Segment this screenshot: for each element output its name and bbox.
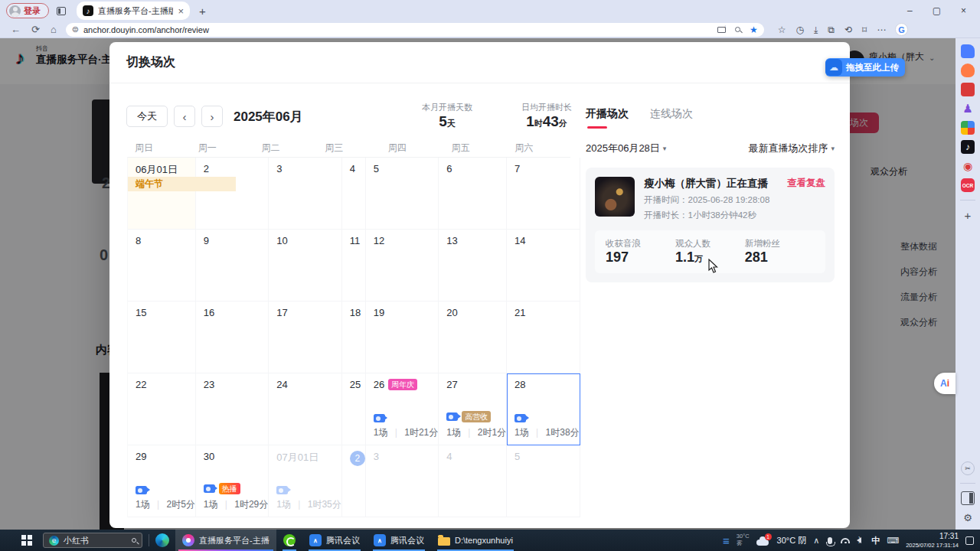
taskbar-app-tencent-meeting[interactable]: ∧ 腾讯会议 (302, 530, 367, 551)
keyboard-icon[interactable]: ⌨ (887, 536, 899, 546)
calendar-day-cell[interactable]: 24 (269, 373, 341, 445)
side-panel-icon[interactable] (961, 491, 975, 505)
weather-widget-small[interactable]: 30°C 雾 (737, 533, 750, 546)
browser-tab[interactable]: ♪ 直播服务平台-主播版 × (77, 2, 190, 20)
calendar-day-cell[interactable]: 26 周年庆 1场｜1时21分 (366, 373, 439, 445)
ocr-extension-icon[interactable]: OCR (961, 178, 975, 192)
history-icon[interactable]: ⟲ (844, 24, 852, 35)
grid-extension-icon[interactable] (961, 121, 975, 135)
clock-extension-icon[interactable]: ◷ (796, 24, 804, 35)
tiktok-extension-icon[interactable]: ♪ (961, 140, 975, 154)
calendar-day-cell[interactable]: 28 1场｜1时38分 (507, 373, 580, 445)
home-icon[interactable]: ⌂ (51, 24, 57, 35)
today-button[interactable]: 今天 (126, 106, 168, 127)
calendar-day-cell[interactable]: 2 (342, 445, 366, 517)
bookmark-star-icon[interactable]: ★ (750, 24, 758, 35)
send-to-device-icon[interactable] (717, 27, 726, 33)
calendar-day-cell[interactable]: 21 (507, 302, 580, 373)
nav-item-audience[interactable]: 观众分析 (871, 165, 907, 178)
calendar-day-cell[interactable]: 4 (439, 445, 507, 517)
taskbar-clock[interactable]: 17:31 2025/07/02 17:31:14 (906, 532, 959, 549)
calendar-day-cell[interactable]: 8 (128, 230, 196, 302)
download-icon[interactable]: ⤓ (814, 24, 818, 35)
taskbar-search[interactable]: e 小红书 (43, 533, 142, 548)
briefcase-icon[interactable]: ⌑ (862, 24, 867, 35)
calendar-day-cell[interactable]: 07月01日 1场｜1时35分 (269, 445, 341, 517)
url-text[interactable]: anchor.douyin.com/anchor/review (83, 25, 713, 34)
calendar-day-cell[interactable]: 6 (439, 158, 507, 230)
window-minimize-button[interactable]: – (907, 6, 913, 15)
calendar-day-cell[interactable]: 17 (269, 302, 341, 373)
eye-extension-icon[interactable]: ◉ (961, 159, 975, 173)
new-tab-button[interactable]: + (199, 5, 206, 18)
google-profile-icon[interactable]: G (895, 23, 908, 36)
next-month-button[interactable]: › (201, 106, 223, 127)
calendar-day-cell[interactable]: 9 (196, 230, 269, 302)
sort-dropdown[interactable]: 最新直播场次排序 ▾ (748, 142, 835, 155)
calendar-day-cell[interactable]: 13 (439, 230, 507, 302)
taskbar-app-green[interactable] (276, 530, 302, 551)
calendar-day-cell[interactable]: 23 (196, 373, 269, 445)
more-menu-icon[interactable]: ⋯ (877, 24, 886, 35)
settings-gear-icon[interactable]: ⚙ (961, 510, 975, 524)
zoom-search-icon[interactable] (735, 27, 740, 32)
calendar-day-cell[interactable]: 4 (342, 158, 366, 230)
calendar-day-cell[interactable]: 2 (196, 158, 269, 230)
calendar-day-cell[interactable]: 5 (366, 158, 439, 230)
calendar-day-cell[interactable]: 20 (439, 302, 507, 373)
cut-tool-icon[interactable]: ✂ (961, 461, 975, 475)
drag-upload-pill[interactable]: ☁ 拖拽至此上传 (825, 58, 905, 77)
back-icon[interactable]: ← (11, 24, 21, 35)
spacer[interactable] (961, 227, 975, 461)
address-bar[interactable]: ⊜ anchor.douyin.com/anchor/review ★ (66, 23, 764, 37)
window-maximize-button[interactable]: ▢ (933, 6, 941, 15)
taskbar-app-tencent-meeting-2[interactable]: ∧ 腾讯会议 (367, 530, 431, 551)
calendar-day-cell[interactable]: 19 (366, 302, 439, 373)
notification-center-icon[interactable] (965, 536, 974, 545)
tag-extension-icon[interactable] (961, 44, 975, 58)
refresh-icon[interactable]: ⟳ (31, 24, 40, 35)
date-filter-dropdown[interactable]: 2025年06月28日 ▾ (586, 142, 666, 155)
weather-temperature[interactable]: 30°C 阴 (777, 535, 807, 546)
fox-extension-icon[interactable] (961, 64, 975, 77)
calendar-day-cell[interactable]: 14 (507, 230, 580, 302)
calendar-day-cell[interactable]: 7 (507, 158, 580, 230)
calendar-day-cell[interactable]: 25 (342, 373, 366, 445)
window-close-button[interactable]: × (961, 6, 966, 15)
microphone-icon[interactable] (828, 537, 832, 544)
menu-item[interactable]: 流量分析 (900, 291, 937, 304)
calendar-day-cell[interactable]: 29 1场｜2时5分 (128, 445, 196, 517)
tab-search-icon[interactable] (57, 7, 66, 15)
start-button-icon[interactable] (21, 535, 26, 540)
browser-login-button[interactable]: 登录 (6, 3, 49, 18)
show-hidden-icons[interactable]: ∧ (813, 536, 819, 546)
calendar-day-cell[interactable]: 27 高营收 1场｜2时1分 (439, 373, 507, 445)
site-settings-icon[interactable]: ⊜ (72, 24, 79, 34)
menu-item[interactable]: 内容分析 (900, 266, 937, 279)
hamburger-menu-icon[interactable]: ≡ (723, 534, 730, 547)
tab-broadcast-sessions[interactable]: 开播场次 (586, 107, 629, 129)
reading-list-icon[interactable]: ⧉ (828, 24, 835, 35)
calendar-day-cell[interactable]: 16 (196, 302, 269, 373)
add-extension-icon[interactable]: + (961, 208, 975, 222)
calendar-day-cell[interactable]: 3 (269, 158, 341, 230)
calendar-day-cell[interactable]: 15 (128, 302, 196, 373)
taskbar-app-live-platform[interactable]: 直播服务平台-主播... (175, 530, 276, 551)
calendar-day-cell[interactable]: 22 (128, 373, 196, 445)
taskbar-app-folder[interactable]: D:\tengxunhuiyi (431, 530, 520, 551)
calendar-day-cell[interactable]: 10 (269, 230, 341, 302)
chess-extension-icon[interactable]: ♟ (961, 102, 975, 116)
speaker-icon[interactable] (857, 537, 861, 543)
calendar-day-cell[interactable]: 5 (507, 445, 580, 517)
calendar-day-cell[interactable]: 11 (342, 230, 366, 302)
view-review-link[interactable]: 查看复盘 (787, 177, 825, 190)
calendar-day-cell[interactable]: 06月01日 端午节 (128, 158, 196, 230)
prev-month-button[interactable]: ‹ (174, 106, 195, 127)
ai-assistant-button[interactable]: Ai (934, 373, 956, 394)
edge-browser-icon[interactable] (155, 533, 169, 547)
menu-item[interactable]: 观众分析 (900, 316, 937, 329)
briefcase-extension-icon[interactable] (961, 83, 975, 96)
tab-close-icon[interactable]: × (178, 6, 184, 16)
calendar-day-cell[interactable]: 3 (366, 445, 439, 517)
ime-indicator[interactable]: 中 (871, 535, 880, 546)
